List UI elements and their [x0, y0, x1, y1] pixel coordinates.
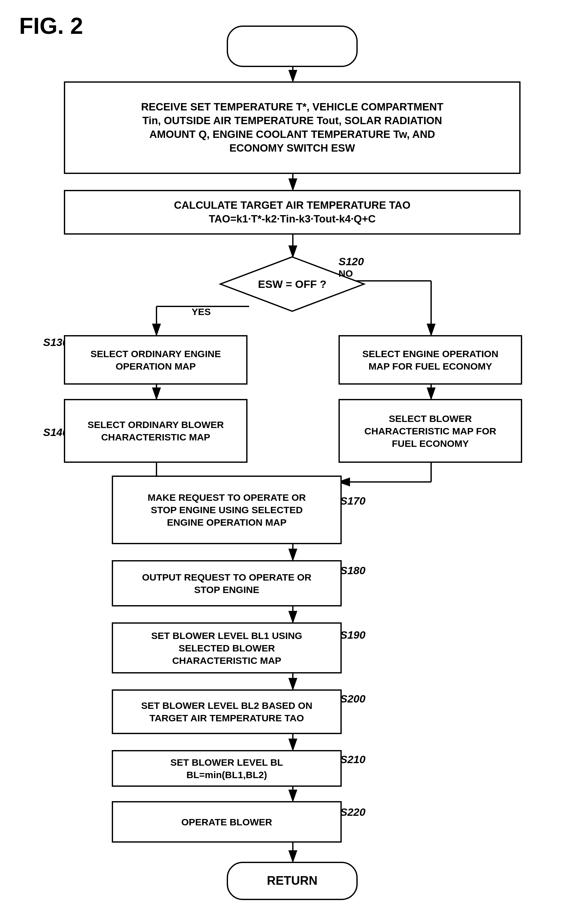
- s100-text: RECEIVE SET TEMPERATURE T*, VEHICLE COMP…: [141, 100, 444, 155]
- s120-text: ESW = OFF ?: [258, 277, 326, 291]
- return-terminal: RETURN: [227, 862, 358, 900]
- s220-text: OPERATE BLOWER: [181, 816, 272, 828]
- s220-label: S220: [340, 806, 365, 818]
- s180-text: OUTPUT REQUEST TO OPERATE OR STOP ENGINE: [142, 571, 312, 596]
- s130-text: SELECT ORDINARY ENGINE OPERATION MAP: [90, 348, 221, 373]
- page: FIG. 2: [0, 0, 586, 924]
- s110-text: CALCULATE TARGET AIR TEMPERATURE TAO TAO…: [174, 198, 411, 226]
- s200-label: S200: [340, 693, 365, 705]
- s160-text: SELECT BLOWER CHARACTERISTIC MAP FOR FUE…: [364, 412, 496, 450]
- s170-label: S170: [340, 495, 365, 507]
- fig-label: FIG. 2: [19, 13, 83, 39]
- s190-label: S190: [340, 629, 365, 641]
- s140-text: SELECT ORDINARY BLOWER CHARACTERISTIC MA…: [88, 418, 224, 443]
- s150-box: SELECT ENGINE OPERATION MAP FOR FUEL ECO…: [339, 335, 522, 384]
- s110-box: CALCULATE TARGET AIR TEMPERATURE TAO TAO…: [64, 190, 521, 234]
- s160-box: SELECT BLOWER CHARACTERISTIC MAP FOR FUE…: [339, 399, 522, 463]
- return-text: RETURN: [267, 874, 318, 888]
- s130-box: SELECT ORDINARY ENGINE OPERATION MAP: [64, 335, 247, 384]
- s190-text: SET BLOWER LEVEL BL1 USING SELECTED BLOW…: [151, 629, 303, 667]
- s210-box: SET BLOWER LEVEL BL BL=min(BL1,BL2): [112, 750, 342, 787]
- s120-label: S120: [339, 255, 364, 268]
- s180-box: OUTPUT REQUEST TO OPERATE OR STOP ENGINE: [112, 560, 342, 606]
- s210-text: SET BLOWER LEVEL BL BL=min(BL1,BL2): [171, 756, 283, 781]
- s210-label: S210: [340, 753, 365, 766]
- s120-yes-label: YES: [192, 307, 211, 317]
- s170-text: MAKE REQUEST TO OPERATE OR STOP ENGINE U…: [147, 491, 306, 528]
- s150-text: SELECT ENGINE OPERATION MAP FOR FUEL ECO…: [362, 348, 498, 373]
- s170-box: MAKE REQUEST TO OPERATE OR STOP ENGINE U…: [112, 475, 342, 544]
- s220-box: OPERATE BLOWER: [112, 801, 342, 843]
- s200-text: SET BLOWER LEVEL BL2 BASED ON TARGET AIR…: [141, 699, 312, 724]
- start-terminal: [227, 26, 358, 67]
- s200-box: SET BLOWER LEVEL BL2 BASED ON TARGET AIR…: [112, 690, 342, 734]
- s180-label: S180: [340, 564, 365, 577]
- s100-box: RECEIVE SET TEMPERATURE T*, VEHICLE COMP…: [64, 81, 521, 174]
- s190-box: SET BLOWER LEVEL BL1 USING SELECTED BLOW…: [112, 622, 342, 673]
- s140-box: SELECT ORDINARY BLOWER CHARACTERISTIC MA…: [64, 399, 247, 463]
- s120-no-label: NO: [339, 268, 353, 279]
